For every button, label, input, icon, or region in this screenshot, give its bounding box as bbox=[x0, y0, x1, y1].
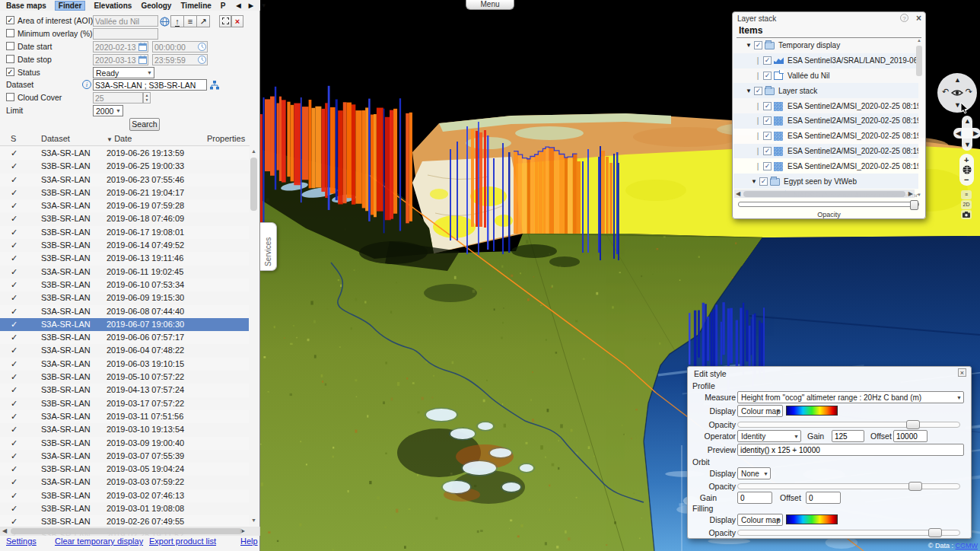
operator-select[interactable]: Identity▼ bbox=[737, 430, 801, 442]
search-button[interactable]: Search bbox=[129, 118, 160, 131]
menu-scroll-right-icon[interactable]: ▶ bbox=[249, 2, 253, 9]
measure-select[interactable]: Height from "ocog" altimeter range : 20H… bbox=[737, 391, 964, 403]
table-row[interactable]: ✓ S3B-SR-LAN 2019-06-14 07:49:52 bbox=[0, 239, 250, 252]
scroll-up-icon[interactable]: ▲ bbox=[249, 147, 259, 156]
col-dataset[interactable]: Dataset bbox=[41, 134, 107, 145]
services-tab[interactable]: Services bbox=[260, 222, 277, 271]
tree-vertical-scrollbar[interactable]: ▲ ▼ bbox=[915, 38, 923, 197]
table-row[interactable]: ✓ S3B-SR-LAN 2019-03-17 07:57:22 bbox=[0, 397, 250, 410]
cgmw-link[interactable]: CGMW bbox=[956, 542, 978, 549]
table-row[interactable]: ✓ S3B-SR-LAN 2019-06-06 07:57:17 bbox=[0, 331, 250, 344]
scroll-up-icon[interactable]: ▲ bbox=[915, 38, 923, 43]
table-row[interactable]: ✓ S3A-SR-LAN 2019-03-10 19:13:54 bbox=[0, 423, 250, 436]
tree-expander-icon[interactable] bbox=[753, 102, 762, 110]
tree-expander-icon[interactable] bbox=[753, 132, 762, 140]
layer-visibility-checkbox[interactable] bbox=[763, 132, 772, 140]
layer-tree-row[interactable]: Vallée du Nil bbox=[733, 68, 918, 84]
table-row[interactable]: ✓ S3B-SR-LAN 2019-06-25 19:00:33 bbox=[0, 160, 250, 173]
table-row[interactable]: ✓ S3A-SR-LAN 2019-03-03 07:59:22 bbox=[0, 476, 250, 489]
table-row[interactable]: ✓ S3A-SR-LAN 2019-06-07 19:06:30 bbox=[0, 318, 250, 331]
aoi-list-button[interactable]: ≡ bbox=[183, 15, 197, 27]
tree-expander-icon[interactable] bbox=[753, 72, 762, 80]
scroll-left-icon[interactable]: ◀ bbox=[2, 527, 7, 536]
view-menu-icon[interactable]: ≡ bbox=[961, 190, 972, 199]
zoom-control[interactable]: + − bbox=[959, 154, 974, 186]
close-icon[interactable]: × bbox=[958, 368, 966, 377]
table-row[interactable]: ✓ S3B-SR-LAN 2019-06-13 19:11:46 bbox=[0, 252, 250, 265]
tree-horizontal-scrollbar[interactable]: ◀ ▶ bbox=[734, 190, 915, 198]
table-row[interactable]: ✓ S3B-SR-LAN 2019-03-02 07:46:13 bbox=[0, 489, 250, 502]
table-row[interactable]: ✓ S3B-SR-LAN 2019-03-05 19:04:24 bbox=[0, 463, 250, 476]
table-row[interactable]: ✓ S3A-SR-LAN 2019-06-19 07:59:28 bbox=[0, 199, 250, 212]
menu-timeline[interactable]: Timeline bbox=[180, 2, 211, 10]
scroll-right-icon[interactable]: ▶ bbox=[908, 190, 913, 198]
dataset-input[interactable] bbox=[93, 79, 207, 91]
offset-input[interactable] bbox=[893, 430, 928, 442]
settings-link[interactable]: Settings bbox=[6, 537, 37, 546]
colormap-swatch[interactable] bbox=[786, 514, 838, 524]
table-row[interactable]: ✓ S3B-SR-LAN 2019-03-01 19:08:08 bbox=[0, 502, 250, 515]
table-row[interactable]: ✓ S3A-SR-LAN 2019-06-11 19:02:45 bbox=[0, 266, 250, 279]
menu-base-maps[interactable]: Base maps bbox=[6, 2, 46, 10]
table-row[interactable]: ✓ S3A-SR-LAN 2019-06-04 07:48:22 bbox=[0, 344, 250, 357]
rotate-right-icon[interactable]: ↷ bbox=[966, 88, 972, 95]
slider-thumb[interactable] bbox=[906, 420, 920, 429]
orbit-display-select[interactable]: None▼ bbox=[737, 467, 771, 479]
layer-tree-row[interactable]: ESA Sentinel2A/MSI_2020-02-25 08:19:21 bbox=[733, 158, 918, 174]
layer-tree-row[interactable]: Egypt seen by VtWeb bbox=[733, 174, 918, 189]
preview-input[interactable] bbox=[737, 444, 964, 456]
calendar-icon[interactable] bbox=[138, 43, 147, 51]
table-row[interactable]: ✓ S3A-SR-LAN 2019-06-03 19:10:15 bbox=[0, 358, 250, 371]
screenshot-icon[interactable] bbox=[961, 210, 972, 219]
table-row[interactable]: ✓ S3A-SR-LAN 2019-06-23 07:55:46 bbox=[0, 174, 250, 186]
scrollbar-thumb[interactable] bbox=[250, 158, 257, 211]
menu-finder[interactable]: Finder bbox=[56, 2, 85, 10]
tree-expander-icon[interactable] bbox=[749, 178, 759, 185]
table-row[interactable]: ✓ S3B-SR-LAN 2019-06-10 07:53:34 bbox=[0, 279, 250, 291]
layer-tree-row[interactable]: ESA Sentinel2A/MSI_2020-02-25 08:19:21 bbox=[733, 98, 918, 113]
table-row[interactable]: ✓ S3A-SR-LAN 2019-06-08 07:44:40 bbox=[0, 305, 250, 318]
profile-display-select[interactable]: Colour map▼ bbox=[737, 405, 783, 417]
aoi-draw-button[interactable]: ↗ bbox=[196, 15, 210, 27]
layer-tree-row[interactable]: ESA Sentinel2A/MSI_2020-02-25 08:19:21 bbox=[733, 144, 918, 159]
col-date[interactable]: ▼ Date bbox=[107, 134, 207, 145]
filling-display-select[interactable]: Colour map▼ bbox=[737, 514, 783, 526]
aoi-checkbox[interactable] bbox=[6, 16, 14, 24]
min-overlay-checkbox[interactable] bbox=[6, 29, 14, 37]
edit-style-title[interactable]: Edit style bbox=[694, 369, 727, 378]
colormap-swatch[interactable] bbox=[786, 406, 838, 416]
table-row[interactable]: ✓ S3A-SR-LAN 2019-03-11 07:51:56 bbox=[0, 410, 250, 423]
globe-reset-icon[interactable] bbox=[963, 165, 972, 174]
profile-opacity-slider[interactable] bbox=[737, 422, 960, 428]
tree-expander-icon[interactable] bbox=[753, 116, 762, 125]
zoom-in-icon[interactable]: + bbox=[964, 157, 969, 164]
cloud-cover-stepper[interactable]: ▲▼ bbox=[143, 92, 151, 104]
aoi-clear-button[interactable]: × bbox=[231, 15, 243, 27]
layer-visibility-checkbox[interactable] bbox=[763, 102, 772, 110]
menu-elevations[interactable]: Elevations bbox=[94, 2, 132, 10]
slider-thumb[interactable] bbox=[928, 528, 942, 537]
tree-expander-icon[interactable] bbox=[744, 42, 753, 49]
tree-expander-icon[interactable] bbox=[753, 56, 762, 65]
clear-temporary-display-link[interactable]: Clear temporary display bbox=[55, 537, 143, 546]
scroll-left-icon[interactable]: ◀ bbox=[736, 190, 740, 198]
layer-visibility-checkbox[interactable] bbox=[754, 87, 762, 95]
dataset-tree-icon[interactable] bbox=[210, 81, 219, 90]
tree-expander-icon[interactable] bbox=[753, 162, 762, 170]
globe-icon[interactable] bbox=[160, 17, 170, 27]
status-select[interactable]: Ready▼ bbox=[93, 67, 154, 78]
filling-opacity-slider[interactable] bbox=[737, 530, 960, 536]
table-horizontal-scrollbar[interactable]: ◀ ▶ bbox=[0, 527, 260, 536]
upload-aoi-button[interactable]: ↑ bbox=[170, 15, 184, 27]
layer-visibility-checkbox[interactable] bbox=[763, 116, 772, 125]
menu-scroll-left-icon[interactable]: ◀ bbox=[236, 2, 240, 9]
cloud-cover-checkbox[interactable] bbox=[6, 93, 14, 101]
eye-icon[interactable] bbox=[951, 88, 963, 97]
layer-visibility-checkbox[interactable] bbox=[763, 147, 772, 155]
clock-icon[interactable] bbox=[198, 56, 206, 64]
table-row[interactable]: ✓ S3A-SR-LAN 2019-03-07 07:55:39 bbox=[0, 450, 250, 463]
table-vertical-scrollbar[interactable]: ▲ ▼ bbox=[249, 147, 259, 525]
scroll-down-icon[interactable]: ▼ bbox=[249, 516, 259, 525]
layer-tree-row[interactable]: Layer stack bbox=[733, 83, 918, 98]
rotate-left-icon[interactable]: ↶ bbox=[942, 88, 949, 95]
